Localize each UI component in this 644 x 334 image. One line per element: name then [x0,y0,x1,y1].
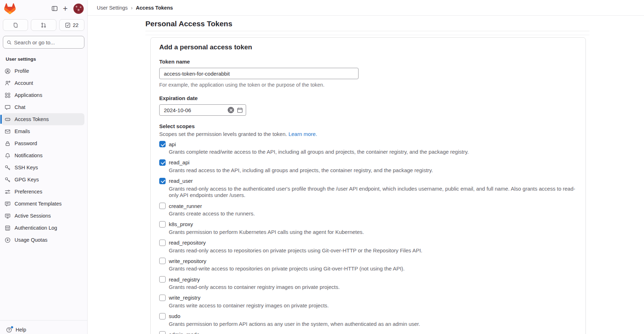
merge-request-icon [41,22,46,28]
sidebar-item-applications[interactable]: Applications [1,89,84,101]
clear-date-button[interactable] [228,107,234,113]
scope-label[interactable]: k8s_proxy [169,221,193,227]
gitlab-logo-icon[interactable] [4,3,16,14]
log-icon [5,225,11,231]
token-name-label: Token name [159,59,577,65]
chat-icon [5,104,11,110]
scope-label[interactable]: create_runner [169,203,202,209]
sidebar-item-usage-quotas[interactable]: Usage Quotas [1,234,84,246]
sidebar-item-preferences[interactable]: Preferences [1,186,84,198]
account-icon [5,80,11,86]
chevron-right-icon: › [131,5,133,11]
expiration-date-input[interactable] [164,107,225,113]
merge-requests-shortcut-button[interactable] [31,19,56,31]
sidebar-footer: Help [0,320,87,334]
sidebar-header: + [0,0,87,16]
user-avatar[interactable] [73,4,84,14]
help-button[interactable]: Help [3,324,84,334]
scope-checkbox-admin-mode[interactable] [159,331,166,334]
create-new-button[interactable]: + [60,3,71,14]
scope-row-read-user: read_user Grants read-only access to the… [159,178,577,199]
sidebar-item-ssh-keys[interactable]: SSH Keys [1,161,84,174]
token-name-input[interactable] [159,68,359,79]
calendar-icon[interactable] [237,107,243,113]
scope-label[interactable]: write_registry [169,295,200,301]
scope-checkbox-sudo[interactable] [159,313,166,319]
todo-check-icon [65,22,71,28]
sidebar-item-access-tokens[interactable]: Access Tokens [1,113,84,125]
quota-icon [5,237,11,243]
scope-checkbox-read-registry[interactable] [159,276,166,283]
scope-description: Grants read-only access to the authentic… [169,186,577,199]
scope-checkbox-read-user[interactable] [159,178,166,184]
add-token-card: Add a personal access token Token name F… [150,37,586,334]
issues-shortcut-button[interactable] [3,19,28,31]
monitor-icon [5,213,11,219]
scope-row-admin-mode: admin_mode Grants permission to perform … [159,331,577,334]
scope-description: Grants read-only access to repositories … [169,247,577,254]
sidebar-item-account[interactable]: Account [1,77,84,89]
sidebar-item-chat[interactable]: Chat [1,101,84,113]
scope-label[interactable]: read_user [169,178,193,184]
scope-label[interactable]: api [169,141,176,147]
sidebar-item-active-sessions[interactable]: Active Sessions [1,210,84,222]
sidebar-item-authentication-log[interactable]: Authentication Log [1,222,84,234]
scope-checkbox-read-api[interactable] [159,159,166,166]
issues-icon [13,22,18,28]
scope-checkbox-create-runner[interactable] [159,203,166,209]
scope-checkbox-write-registry[interactable] [159,295,166,301]
scope-checkbox-read-repository[interactable] [159,240,166,246]
scope-description: Grants write access to container registr… [169,302,577,309]
close-icon [229,109,233,112]
scope-row-api: api Grants complete read/write access to… [159,141,577,155]
applications-icon [5,92,11,98]
scope-row-read-api: read_api Grants read access to the API, … [159,159,577,174]
expiration-date-label: Expiration date [159,95,577,101]
key-icon [5,165,11,171]
scope-row-k8s-proxy: k8s_proxy Grants permission to perform K… [159,221,577,236]
sidebar-item-emails[interactable]: Emails [1,125,84,137]
scope-checkbox-write-repository[interactable] [159,258,166,264]
scope-label[interactable]: sudo [169,313,181,319]
select-scopes-label: Select scopes [159,123,577,129]
bell-icon [5,153,11,159]
expiration-date-field[interactable] [159,104,246,116]
scope-description: Grants read access to the API, including… [169,167,577,174]
plus-icon: + [63,5,67,13]
scope-description: Grants permission to perform Kubernetes … [169,229,577,236]
scope-description: Grants create access to the runners. [169,210,577,217]
scope-description: Grants complete read/write access to the… [169,149,577,155]
todos-shortcut-button[interactable]: 22 [59,19,84,31]
scope-checkbox-api[interactable] [159,141,166,147]
sidebar-item-gpg-keys[interactable]: GPG Keys [1,174,84,186]
key-icon [5,177,11,183]
scope-checkbox-k8s-proxy[interactable] [159,221,166,228]
scope-label[interactable]: admin_mode [169,332,200,334]
token-icon [5,116,11,122]
learn-more-link[interactable]: Learn more. [288,131,317,137]
gitlab-app: + [0,0,644,334]
search-input[interactable] [14,39,80,45]
scope-label[interactable]: read_registry [169,276,200,283]
sidebar-item-notifications[interactable]: Notifications [1,149,84,161]
mail-icon [5,128,11,135]
scope-description: Grants read-write access to repositories… [169,265,577,272]
scope-label[interactable]: read_repository [169,240,206,246]
lock-icon [5,141,11,147]
scope-label[interactable]: write_repository [169,258,206,264]
sidebar-item-profile[interactable]: Profile [1,65,84,77]
sidebar-toggle-button[interactable] [49,3,60,14]
sidebar-item-comment-templates[interactable]: Comment Templates [1,198,84,210]
scope-label[interactable]: read_api [169,159,189,165]
token-name-help: For example, the application using the t… [159,82,577,88]
sidebar-shortcut-bar: 22 [0,16,87,34]
scope-row-write-registry: write_registry Grants write access to co… [159,295,577,309]
sidebar-section-label: User settings [0,49,87,65]
breadcrumb-user-settings[interactable]: User Settings [97,5,128,11]
notification-dot [11,326,13,329]
search-box[interactable] [3,36,84,49]
sidebar-item-password[interactable]: Password [1,137,84,149]
scope-description: Grants permission to perform API actions… [169,321,577,328]
breadcrumb-access-tokens: Access Tokens [136,5,173,11]
sliders-icon [5,189,11,195]
